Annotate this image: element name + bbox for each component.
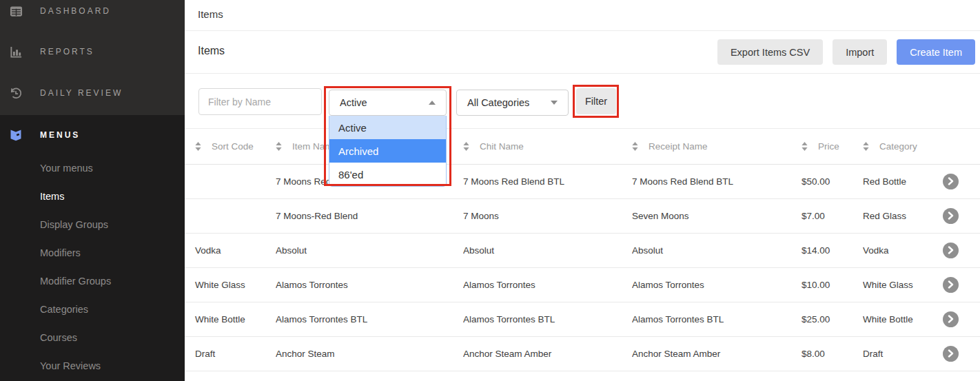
row-detail-button[interactable]	[943, 277, 959, 293]
column-header-receipt-name[interactable]: Receipt Name	[632, 129, 802, 164]
sort-icon	[802, 142, 808, 151]
cell-receipt-name: Alamos Torrontes	[632, 267, 802, 302]
cell-chit-name: Alamos Torrontes BTL	[463, 302, 632, 336]
cell-item-name: Anchor Steam	[276, 336, 463, 371]
sidebar-subitem-categories[interactable]: Categories	[40, 304, 88, 318]
cell-price: $10.00	[802, 267, 863, 302]
history-icon	[9, 86, 23, 100]
items-table: Sort Code Item Name Chit Name Receipt Na…	[185, 129, 980, 371]
topbar: Items	[185, 0, 980, 31]
cell-chit-name: 7 Moons	[463, 198, 632, 233]
filter-button[interactable]: Filter	[576, 88, 616, 114]
row-detail-button[interactable]	[943, 243, 959, 258]
table-row: Draft Anchor Steam Anchor Steam Amber An…	[185, 336, 980, 371]
cell-item-name: Alamos Torrontes BTL	[276, 302, 463, 336]
sidebar-item-label: DASHBOARD	[40, 6, 111, 16]
chevron-right-icon	[948, 280, 954, 289]
chevron-right-icon	[948, 177, 954, 185]
export-items-csv-button[interactable]: Export Items CSV	[717, 39, 823, 65]
category-select-value: All Categories	[467, 97, 529, 108]
status-option-active[interactable]: Active	[329, 116, 446, 139]
cell-price: $25.00	[802, 302, 863, 336]
status-dropdown-menu: Active Archived 86'ed	[329, 116, 447, 187]
table-row: 7 Moons-Red Blend 7 Moons Seven Moons $7…	[185, 198, 980, 233]
cell-price: $7.00	[802, 198, 863, 233]
cell-item-name: 7 Moons-Red Blend	[276, 198, 463, 233]
import-button[interactable]: Import	[833, 39, 887, 65]
breadcrumb-title: Items	[198, 8, 223, 20]
table-row: White Bottle Alamos Torrontes BTL Alamos…	[185, 302, 980, 336]
cell-category: Vodka	[863, 233, 934, 267]
sidebar-subitem-display-groups[interactable]: Display Groups	[40, 219, 108, 233]
cell-sort-code: White Glass	[185, 267, 276, 302]
sidebar-item-label: REPORTS	[40, 47, 94, 56]
table-row: 7 Moons Red Blend BTL 7 Moons Red Blend …	[185, 164, 980, 198]
header-buttons: Export Items CSV Import Create Item	[717, 39, 975, 65]
chevron-right-icon	[948, 212, 954, 220]
chevron-right-icon	[948, 315, 954, 323]
cell-receipt-name: Anchor Steam Amber	[632, 336, 802, 371]
chevron-up-icon	[429, 101, 436, 105]
sidebar-subitem-items[interactable]: Items	[40, 191, 64, 205]
sidebar: DASHBOARD REPORTS DAILY REVIEW MENUS You…	[0, 0, 185, 381]
cell-price: $8.00	[802, 336, 863, 371]
table-row: Vodka Absolut Absolut Absolut $14.00 Vod…	[185, 233, 980, 267]
filter-by-name-input[interactable]	[198, 88, 322, 115]
status-option-86ed[interactable]: 86'ed	[329, 163, 446, 186]
cell-category: Red Glass	[863, 198, 934, 233]
cell-sort-code	[185, 164, 276, 198]
sort-icon	[276, 142, 282, 151]
create-item-button[interactable]: Create Item	[897, 39, 975, 65]
column-header-actions	[934, 129, 980, 164]
page-title: Items	[198, 45, 225, 57]
row-detail-button[interactable]	[943, 208, 959, 224]
sort-icon	[863, 142, 869, 151]
cell-price: $14.00	[802, 233, 863, 267]
sidebar-subitem-modifier-groups[interactable]: Modifier Groups	[40, 276, 111, 289]
cell-chit-name: 7 Moons Red Blend BTL	[463, 164, 632, 198]
page-header: Items Export Items CSV Import Create Ite…	[185, 31, 980, 74]
cell-item-name: Alamos Torrontes	[276, 267, 463, 302]
sort-icon	[195, 142, 201, 151]
column-header-category[interactable]: Category	[863, 129, 934, 164]
sidebar-item-label: DAILY REVIEW	[40, 88, 123, 98]
sidebar-item-dashboard[interactable]: DASHBOARD	[9, 1, 111, 21]
book-icon	[9, 128, 23, 142]
row-detail-button[interactable]	[943, 346, 959, 362]
status-select[interactable]: Active	[329, 90, 447, 116]
column-header-sort-code[interactable]: Sort Code	[185, 129, 276, 164]
column-header-price[interactable]: Price	[802, 129, 863, 164]
cell-receipt-name: Absolut	[632, 233, 802, 267]
cell-sort-code: Draft	[185, 336, 276, 371]
cell-chit-name: Absolut	[463, 233, 632, 267]
sidebar-item-daily-review[interactable]: DAILY REVIEW	[9, 83, 123, 103]
sidebar-subitem-modifiers[interactable]: Modifiers	[40, 247, 81, 261]
chevron-right-icon	[948, 246, 954, 254]
dashboard-icon	[9, 4, 23, 18]
sidebar-subitem-your-reviews[interactable]: Your Reviews	[40, 360, 101, 374]
cell-sort-code	[185, 198, 276, 233]
category-select[interactable]: All Categories	[456, 90, 569, 116]
row-detail-button[interactable]	[943, 311, 959, 327]
column-header-chit-name[interactable]: Chit Name	[463, 129, 632, 164]
status-option-archived[interactable]: Archived	[329, 139, 446, 163]
cell-category: Red Bottle	[863, 164, 934, 198]
table-row: White Glass Alamos Torrontes Alamos Torr…	[185, 267, 980, 302]
row-detail-button[interactable]	[943, 174, 959, 189]
sidebar-subitem-your-menus[interactable]: Your menus	[40, 163, 93, 176]
sort-icon	[632, 142, 638, 151]
sidebar-item-menus[interactable]: MENUS	[9, 125, 80, 145]
sidebar-item-label: MENUS	[40, 130, 80, 140]
cell-category: White Glass	[863, 267, 934, 302]
cell-receipt-name: 7 Moons Red Blend BTL	[632, 164, 802, 198]
sort-icon	[463, 142, 469, 151]
app-root: DASHBOARD REPORTS DAILY REVIEW MENUS You…	[0, 0, 980, 381]
cell-receipt-name: Seven Moons	[632, 198, 802, 233]
status-select-value: Active	[340, 97, 367, 108]
cell-sort-code: White Bottle	[185, 302, 276, 336]
sidebar-item-reports[interactable]: REPORTS	[9, 42, 94, 61]
chevron-down-icon	[551, 101, 558, 105]
sidebar-subitem-courses[interactable]: Courses	[40, 332, 77, 346]
reports-icon	[9, 45, 23, 59]
cell-category: Draft	[863, 336, 934, 371]
